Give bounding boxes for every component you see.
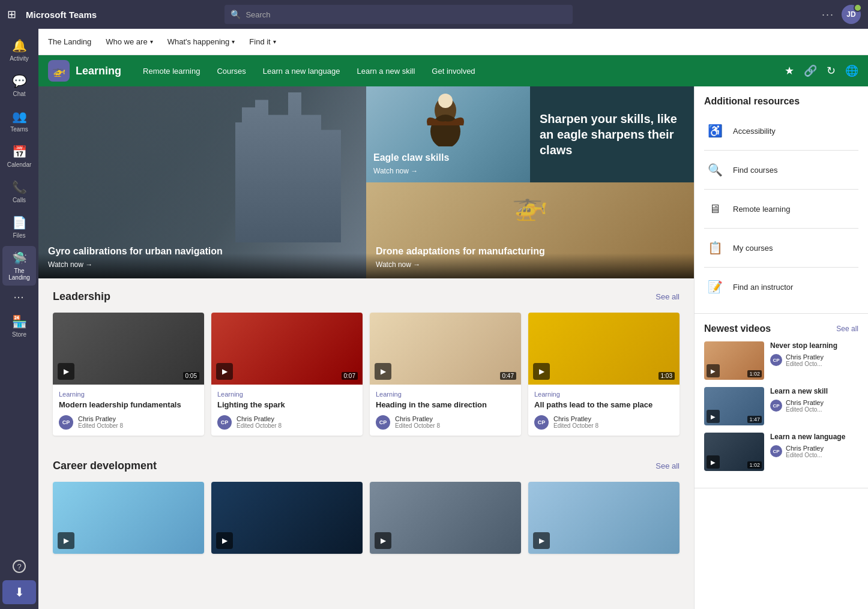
newest-play-button[interactable]: ▶	[707, 455, 720, 469]
leadership-section: Leadership See all ▶ 0:05 Learning Moder…	[38, 278, 694, 448]
learning-nav-skill[interactable]: Learn a new skill	[350, 63, 423, 79]
learning-nav-remote[interactable]: Remote learning	[136, 63, 207, 79]
drone-watch[interactable]: Watch now →	[376, 260, 684, 269]
learning-nav: 🚁 Learning Remote learning Courses Learn…	[38, 55, 868, 86]
sidebar-item-store[interactable]: 🏪 Store	[2, 310, 36, 343]
play-button[interactable]: ▶	[216, 363, 233, 380]
hero-card-large[interactable]: Gyro calibrations for urban navigation W…	[38, 86, 366, 278]
section-header-career: Career development See all	[53, 460, 680, 472]
sub-nav-find-it[interactable]: Find it ▾	[249, 35, 276, 49]
learning-nav-language[interactable]: Learn a new language	[256, 63, 348, 79]
resource-icon-find-instructor: 📝	[704, 276, 726, 298]
newest-duration: 1:02	[747, 461, 762, 469]
more-icon: ···	[14, 293, 25, 302]
video-card[interactable]: ▶	[211, 482, 363, 554]
sidebar-item-chat[interactable]: 💬 Chat	[2, 69, 36, 102]
avatar[interactable]: JD	[842, 5, 861, 24]
video-card[interactable]: ▶	[53, 482, 204, 554]
author-info: Chris Pratley Edited October 8	[395, 415, 440, 429]
video-info: Learning Heading in the same direction C…	[370, 385, 521, 436]
video-duration: 0:05	[183, 372, 199, 380]
resource-item-find-courses[interactable]: 🔍 Find courses	[704, 153, 858, 187]
eagle-watch[interactable]: Watch now →	[373, 167, 449, 175]
career-see-all[interactable]: See all	[656, 461, 680, 470]
author-date: Edited October 8	[395, 422, 440, 429]
newest-videos-list: ▶ 1:02 Never stop learning CP Chris Prat…	[704, 341, 858, 471]
eagle-card-content: Eagle claw skills Watch now → Sharpen yo…	[366, 86, 694, 182]
search-input[interactable]	[246, 10, 567, 19]
sidebar-item-calendar[interactable]: 📅 Calendar	[2, 140, 36, 173]
calendar-icon: 📅	[12, 145, 27, 159]
play-button[interactable]: ▶	[375, 363, 391, 380]
play-button[interactable]: ▶	[375, 532, 391, 549]
sidebar-item-teams[interactable]: 👥 Teams	[2, 104, 36, 137]
newest-video-title: Never stop learning	[770, 341, 858, 351]
sub-nav-who-we-are[interactable]: Who we are ▾	[106, 35, 152, 49]
sidebar-item-activity[interactable]: 🔔 Activity	[2, 34, 36, 67]
topbar: ⊞ Microsoft Teams 🔍 ··· JD	[0, 0, 868, 29]
leadership-see-all[interactable]: See all	[656, 292, 680, 301]
link-icon[interactable]: 🔗	[804, 64, 817, 77]
video-author: CP Chris Pratley Edited October 8	[534, 415, 674, 430]
more-options-icon[interactable]: ···	[822, 8, 834, 21]
video-card[interactable]: ▶ 1:03 Learning All paths lead to the sa…	[528, 313, 680, 436]
video-duration: 0:07	[342, 372, 358, 380]
play-button[interactable]: ▶	[533, 532, 550, 549]
play-button[interactable]: ▶	[533, 363, 550, 380]
newest-author-row: CP Chris Pratley Edited Octo...	[770, 399, 858, 413]
newest-video-title: Learn a new language	[770, 433, 858, 442]
sidebar-item-calls[interactable]: 📞 Calls	[2, 175, 36, 208]
resource-icon-find-courses: 🔍	[704, 159, 726, 181]
sidebar-item-files[interactable]: 📄 Files	[2, 211, 36, 244]
newest-video-item[interactable]: ▶ 1:02 Never stop learning CP Chris Prat…	[704, 341, 858, 380]
sub-nav: The Landing Who we are ▾ What's happenin…	[38, 29, 868, 55]
video-title: Heading in the same direction	[376, 400, 515, 410]
star-icon[interactable]: ★	[785, 64, 794, 77]
refresh-icon[interactable]: ↻	[827, 64, 836, 77]
resource-icon-accessibility: ♿	[704, 120, 726, 142]
resource-icon-remote-learning: 🖥	[704, 198, 726, 220]
video-card[interactable]: ▶ 0:47 Learning Heading in the same dire…	[370, 313, 521, 436]
hero-large-watch[interactable]: Watch now →	[48, 260, 357, 269]
grid-icon[interactable]: ⊞	[7, 8, 16, 21]
newest-author-avatar: CP	[770, 445, 782, 457]
video-card[interactable]: ▶	[370, 482, 521, 554]
video-card[interactable]: ▶ 0:05 Learning Modern leadership fundam…	[53, 313, 204, 436]
chevron-down-icon: ▾	[232, 38, 235, 45]
sub-nav-landing[interactable]: The Landing	[48, 35, 91, 49]
learning-nav-involved[interactable]: Get involved	[424, 63, 482, 79]
sidebar-item-more[interactable]: ···	[2, 288, 36, 307]
video-category: Learning	[376, 391, 515, 398]
video-card[interactable]: ▶	[528, 482, 680, 554]
resource-label: Find an instructor	[733, 283, 793, 292]
play-button[interactable]: ▶	[58, 363, 74, 380]
newest-play-button[interactable]: ▶	[707, 364, 720, 377]
resource-item-accessibility[interactable]: ♿ Accessibility	[704, 114, 858, 148]
resource-icon-my-courses: 📋	[704, 237, 726, 259]
sidebar-item-landing[interactable]: 🛸 The Landing	[2, 246, 36, 286]
video-author: CP Chris Pratley Edited October 8	[59, 415, 198, 430]
globe-icon[interactable]: 🌐	[845, 64, 858, 77]
leadership-title: Leadership	[53, 290, 110, 303]
resource-item-remote-learning[interactable]: 🖥 Remote learning	[704, 192, 858, 226]
newest-author-date: Edited Octo...	[786, 361, 824, 367]
hero-card-drone[interactable]: 🚁 Drone adaptations for manufacturing Wa…	[366, 182, 694, 278]
author-info: Chris Pratley Edited October 8	[553, 415, 598, 429]
resource-item-find-instructor[interactable]: 📝 Find an instructor	[704, 270, 858, 304]
sidebar-item-download[interactable]: ⬇	[2, 580, 36, 604]
newest-see-all[interactable]: See all	[836, 325, 858, 333]
newest-info: Learn a new language CP Chris Pratley Ed…	[770, 433, 858, 471]
play-button[interactable]: ▶	[216, 532, 233, 549]
resource-item-my-courses[interactable]: 📋 My courses	[704, 231, 858, 265]
hero-card-eagle[interactable]: Eagle claw skills Watch now → Sharpen yo…	[366, 86, 694, 182]
learning-nav-courses[interactable]: Courses	[209, 63, 253, 79]
newest-video-item[interactable]: ▶ 1:47 Learn a new skill CP Chris Pratle…	[704, 387, 858, 425]
newest-play-button[interactable]: ▶	[707, 410, 720, 423]
search-bar[interactable]: 🔍	[225, 5, 573, 24]
learning-nav-links: Remote learning Courses Learn a new lang…	[136, 63, 785, 79]
video-card[interactable]: ▶ 0:07 Learning Lighting the spark CP Ch…	[211, 313, 363, 436]
newest-video-item[interactable]: ▶ 1:02 Learn a new language CP Chris Pra…	[704, 433, 858, 471]
play-button[interactable]: ▶	[58, 532, 74, 549]
sidebar-item-help[interactable]: ?	[2, 555, 36, 578]
sub-nav-whats-happening[interactable]: What's happening ▾	[167, 35, 235, 49]
